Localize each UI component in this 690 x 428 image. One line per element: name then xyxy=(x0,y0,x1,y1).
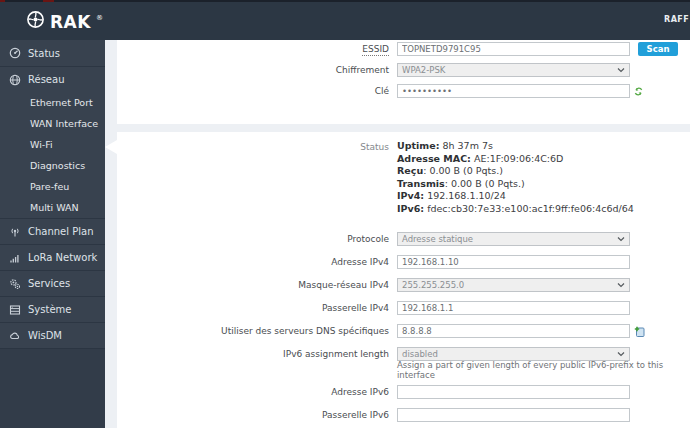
sidebar-item-channel-plan[interactable]: Channel Plan xyxy=(0,218,105,244)
ipv4-netmask-selected-value: 255.255.255.0 xyxy=(402,280,464,290)
sidebar-item-services[interactable]: Services xyxy=(0,270,105,296)
status-lines: Uptime: 8h 37m 7s Adresse MAC: AE:1F:09:… xyxy=(397,140,634,215)
active-item-wedge xyxy=(105,140,117,154)
ipv4-address-input[interactable] xyxy=(397,255,630,269)
essid-input[interactable] xyxy=(397,42,630,56)
sidebar-item-reseau[interactable]: Réseau xyxy=(0,66,105,92)
sidebar-item-wifi[interactable]: Wi-Fi xyxy=(0,134,105,155)
key-row: Clé xyxy=(117,84,690,98)
key-input[interactable] xyxy=(397,84,630,98)
rak-gear-logo-icon xyxy=(26,10,45,33)
sidebar-item-wan-interface[interactable]: WAN Interface xyxy=(0,113,105,134)
chevron-down-icon xyxy=(617,282,625,288)
sidebar-item-label: Réseau xyxy=(28,74,64,85)
ipv6-gateway-input[interactable] xyxy=(397,408,630,422)
signal-icon xyxy=(9,252,21,264)
reseau-submenu: Ethernet Port WAN Interface Wi-Fi Diagno… xyxy=(0,92,105,218)
chevron-down-icon xyxy=(617,351,625,357)
rak-logo[interactable]: RAK® xyxy=(26,10,103,33)
protocol-label: Protocole xyxy=(117,234,397,244)
key-label: Clé xyxy=(117,86,397,96)
header-refresh-link[interactable]: RAFF xyxy=(664,15,689,24)
ipv4-netmask-row: Masque-réseau IPv4 255.255.255.0 xyxy=(117,278,690,292)
cloud-icon xyxy=(9,330,21,342)
sidebar-menu: Status Réseau Ethernet Port WAN Interfac… xyxy=(0,40,105,349)
ipv6-assign-hint: Assign a part of given length of every p… xyxy=(397,360,690,380)
ipv4-gateway-label: Passerelle IPv4 xyxy=(117,303,397,313)
sidebar-item-label: WisDM xyxy=(28,330,62,341)
ipv4-address-row: Adresse IPv4 xyxy=(117,255,690,269)
encryption-label: Chiffrement xyxy=(117,65,397,75)
sidebar: Status Réseau Ethernet Port WAN Interfac… xyxy=(0,40,105,428)
ipv6-assign-label: IPv6 assignment length xyxy=(117,349,397,359)
status-line-mac: Adresse MAC: AE:1F:09:06:4C:6D xyxy=(397,153,634,166)
dns-input[interactable] xyxy=(397,324,630,338)
sidebar-item-diagnostics[interactable]: Diagnostics xyxy=(0,155,105,176)
ipv6-assign-hint-row: Assign a part of given length of every p… xyxy=(117,360,690,380)
chevron-down-icon xyxy=(617,67,625,73)
status-line-rx: Reçu: 0.00 B (0 Pqts.) xyxy=(397,165,634,178)
chevron-down-icon xyxy=(617,236,625,242)
generate-key-icon[interactable] xyxy=(634,87,643,96)
sidebar-item-status[interactable]: Status xyxy=(0,40,105,66)
ipv6-gateway-row: Passerelle IPv6 xyxy=(117,408,690,422)
protocol-select[interactable]: Adresse statique xyxy=(397,232,630,246)
protocol-row: Protocole Adresse statique xyxy=(117,232,690,246)
main-content: ESSID Scan Chiffrement WPA2-PSK Clé xyxy=(105,40,690,428)
status-row: Status Uptime: 8h 37m 7s Adresse MAC: AE… xyxy=(117,140,690,215)
ipv4-netmask-label: Masque-réseau IPv4 xyxy=(117,280,397,290)
status-line-tx: Transmis: 0.00 B (0 Pqts.) xyxy=(397,178,634,191)
ipv6-assign-selected-value: disabled xyxy=(402,349,438,359)
server-icon xyxy=(9,304,21,316)
brand-name: RAK xyxy=(50,12,91,32)
dns-row: Utiliser des serveurs DNS spécifiques xyxy=(117,324,690,338)
status-line-ipv4: IPv4: 192.168.1.10/24 xyxy=(397,190,634,203)
antenna-icon xyxy=(9,226,21,238)
sidebar-item-pare-feu[interactable]: Pare-feu xyxy=(0,176,105,197)
ipv6-gateway-label: Passerelle IPv6 xyxy=(117,410,397,420)
ipv6-assign-row: IPv6 assignment length disabled xyxy=(117,347,690,361)
ipv6-address-row: Adresse IPv6 xyxy=(117,385,690,399)
encryption-select[interactable]: WPA2-PSK xyxy=(397,63,630,77)
sidebar-item-wisdm[interactable]: WisDM xyxy=(0,322,105,348)
sidebar-item-label: Services xyxy=(28,278,70,289)
ipv6-address-input[interactable] xyxy=(397,385,630,399)
essid-row: ESSID Scan xyxy=(117,42,690,56)
sidebar-item-ethernet-port[interactable]: Ethernet Port xyxy=(0,92,105,113)
encryption-selected-value: WPA2-PSK xyxy=(402,65,445,75)
sidebar-item-systeme[interactable]: Système xyxy=(0,296,105,322)
top-header-bar: RAK® RAFF xyxy=(0,2,690,40)
ipv4-gateway-input[interactable] xyxy=(397,301,630,315)
dns-label: Utiliser des serveurs DNS spécifiques xyxy=(117,326,397,336)
status-line-uptime: Uptime: 8h 37m 7s xyxy=(397,140,634,153)
encryption-row: Chiffrement WPA2-PSK xyxy=(117,63,690,77)
scan-button[interactable]: Scan xyxy=(638,42,678,56)
ipv4-netmask-select[interactable]: 255.255.255.0 xyxy=(397,278,630,292)
ipv4-address-label: Adresse IPv4 xyxy=(117,257,397,267)
protocol-selected-value: Adresse statique xyxy=(402,234,473,244)
add-dns-entry-icon[interactable] xyxy=(634,326,645,337)
wifi-settings-panel: ESSID Scan Chiffrement WPA2-PSK Clé xyxy=(117,40,690,124)
essid-label: ESSID xyxy=(117,44,397,54)
ipv6-assign-select[interactable]: disabled xyxy=(397,347,630,361)
sidebar-item-label: LoRa Network xyxy=(28,252,97,263)
gauge-icon xyxy=(9,47,21,59)
status-label: Status xyxy=(117,140,397,215)
sidebar-item-label: Channel Plan xyxy=(28,226,94,237)
sidebar-item-label: Status xyxy=(28,48,60,59)
sidebar-item-label: Système xyxy=(28,304,71,315)
interface-panel: Status Uptime: 8h 37m 7s Adresse MAC: AE… xyxy=(117,132,690,428)
ipv6-address-label: Adresse IPv6 xyxy=(117,387,397,397)
globe-icon xyxy=(9,74,21,86)
sidebar-item-multi-wan[interactable]: Multi WAN xyxy=(0,197,105,218)
ipv4-gateway-row: Passerelle IPv4 xyxy=(117,301,690,315)
status-line-ipv6: IPv6: fdec:cb30:7e33:e100:ac1f:9ff:fe06:… xyxy=(397,203,634,216)
gears-icon xyxy=(9,278,21,290)
registered-mark: ® xyxy=(96,14,103,22)
sidebar-item-lora-network[interactable]: LoRa Network xyxy=(0,244,105,270)
